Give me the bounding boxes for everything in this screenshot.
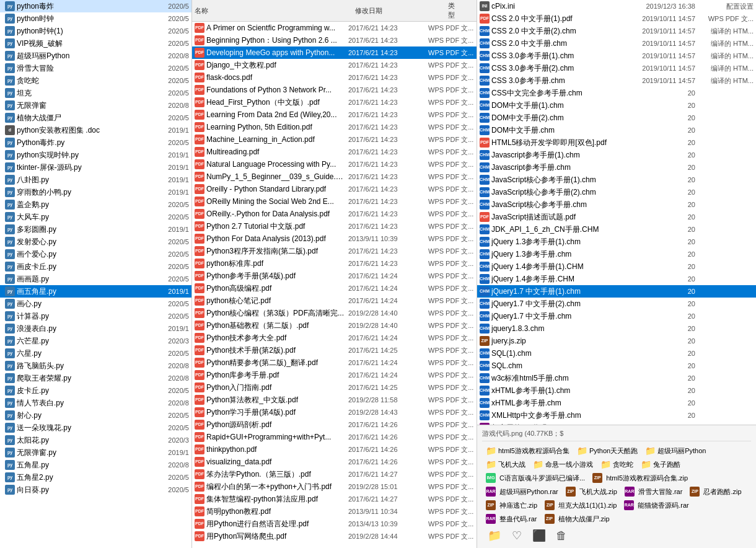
middle-list-item[interactable]: PDFPython 2.7 Tutorial 中文版.pdf2017/6/21 …: [192, 220, 477, 232]
middle-list-item[interactable]: PDFPython学习手册(第4版).pdf2019/2/28 14:43WPS…: [192, 406, 477, 418]
right-list-item[interactable]: CHMjQuery 1.3参考手册.chm20: [477, 248, 756, 260]
middle-list-item[interactable]: PDFPython For Data Analysis (2013).pdf20…: [192, 232, 477, 245]
middle-list-item[interactable]: PDFLearning From Data 2nd Ed (Wiley,20..…: [192, 108, 477, 121]
middle-list-item[interactable]: PDF用Python写网络爬虫.pdf2019/2/28 14:44WPS PD…: [192, 530, 477, 542]
right-list-item[interactable]: CHMjQuery1.7 中文手册(2).chm20: [477, 298, 756, 310]
right-list-item[interactable]: CHMJDK_API_1_6_zh_CN手册.CHM20: [477, 223, 756, 236]
right-list-item[interactable]: CHMjQuery 1.3参考手册(1).chm20: [477, 236, 756, 248]
right-list-item[interactable]: CHMxHTML参考手册.chm20: [477, 397, 756, 409]
left-list-item[interactable]: py画五角星.py2019/1: [0, 285, 191, 298]
left-list-item[interactable]: py皮卡丘.py2020/5: [0, 384, 191, 397]
right-list-item[interactable]: CHMCSS中文完全参考手册.chm20: [477, 87, 756, 99]
delete-icon[interactable]: 🗑: [554, 528, 569, 543]
left-list-item[interactable]: py八卦图.py2019/1: [0, 174, 191, 186]
right-bottom-file-item[interactable]: RAR超级玛丽Python.rar: [483, 486, 561, 497]
right-list-item[interactable]: CHMDOM中文手册(2).chm20: [477, 112, 756, 124]
right-list-item[interactable]: CHMjQuery1.7 中文手册(1).chm20: [477, 285, 756, 298]
right-list-item[interactable]: CHMjquery1.8.3.chm20: [477, 322, 756, 335]
right-list-item[interactable]: CHMw3c标准html5手册.chm20: [477, 372, 756, 384]
share-icon[interactable]: ⬛: [532, 528, 547, 543]
right-bottom-folder-item[interactable]: 📁飞机大战: [483, 459, 528, 470]
right-bottom-file-item[interactable]: ZIPhtml5游戏教程源码合集.zip: [590, 472, 690, 484]
middle-list-item[interactable]: PDFOreilly - Python Standard Library.pdf…: [192, 183, 477, 195]
left-list-item[interactable]: pypython时钟2020/5: [0, 12, 191, 25]
left-list-item[interactable]: py无限弹窗.py2019/1: [0, 446, 191, 459]
left-list-item[interactable]: py画皮卡丘.py2020/5: [0, 260, 191, 273]
left-list-item[interactable]: py爬取王者荣耀.py2020/8: [0, 372, 191, 384]
right-bottom-folder-item[interactable]: 📁贪吃蛇: [598, 459, 636, 470]
middle-list-item[interactable]: PDFDjango_中文教程.pdf2017/6/21 14:23WPS PDF…: [192, 59, 477, 71]
middle-list-item[interactable]: PDFNatural Language Processing with Py..…: [192, 158, 477, 170]
middle-list-item[interactable]: PDFPython参考手册(第4版).pdf2017/6/21 14:24WPS…: [192, 270, 477, 282]
middle-list-item[interactable]: PDFFoundations of Python 3 Network Pr...…: [192, 84, 477, 96]
middle-list-item[interactable]: PDFDeveloping MeeGo apps with Python...2…: [192, 46, 477, 59]
middle-list-item[interactable]: PDFMultireading.pdf2017/6/21 14:23WPS PD…: [192, 146, 477, 158]
left-list-item[interactable]: pypython毒炸2020/5: [0, 0, 191, 12]
middle-list-item[interactable]: PDFA Primer on Scientfic Programming w..…: [192, 22, 477, 34]
left-list-item[interactable]: py情人节表白.py2020/8: [0, 397, 191, 409]
right-list-item[interactable]: CHMxHTML参考手册(1).chm20: [477, 384, 756, 397]
right-list-item[interactable]: CHMXMLHttp中文参考手册.chm20: [477, 409, 756, 422]
middle-list-item[interactable]: PDFPython算法教程_中文版.pdf2019/2/28 11:58WPS …: [192, 394, 477, 406]
right-bottom-file-item[interactable]: ZIP神庙逃亡.zip: [483, 500, 540, 511]
middle-list-item[interactable]: PDFflask-docs.pdf2017/6/21 14:23WPS PDF …: [192, 71, 477, 84]
middle-list-item[interactable]: PDF用Python进行自然语言处理.pdf2013/4/13 10:39WPS…: [192, 518, 477, 530]
middle-list-item[interactable]: PDFBeginning Python：Using Python 2.6 ...…: [192, 34, 477, 46]
middle-list-item[interactable]: PDFNumPy_1_5_Beginner__039_s_Guide.pdf20…: [192, 170, 477, 183]
left-list-item[interactable]: py大风车.py2020/5: [0, 211, 191, 223]
left-list-item[interactable]: py穿雨数的小鸭.py2019/1: [0, 186, 191, 198]
left-list-item[interactable]: pytkinter-屏保-源码.py2019/1: [0, 161, 191, 174]
heart-icon[interactable]: ♡: [509, 528, 524, 543]
right-bottom-file-item[interactable]: ZIP飞机大战.zip: [563, 486, 620, 497]
left-list-item[interactable]: py画个爱心.py2020/5: [0, 248, 191, 260]
right-bottom-file-item[interactable]: IMGC语言版魂斗罗源码已编译...: [483, 472, 587, 484]
left-list-item[interactable]: py太阳花.py2020/3: [0, 434, 191, 446]
right-list-item[interactable]: CHMJavascript参考手册.chm20: [477, 161, 756, 174]
middle-list-item[interactable]: PDFPython入门指南.pdf2017/6/21 14:25WPS PDF …: [192, 381, 477, 394]
middle-list-item[interactable]: PDFPython源码剖析.pdf2017/6/21 14:26WPS PDF …: [192, 418, 477, 431]
right-list-item[interactable]: CHMCSS 2.0 中文手册.chm2019/10/11 14:57编译的 H…: [477, 37, 756, 50]
left-list-item[interactable]: py浪漫表白.py2019/1: [0, 322, 191, 335]
right-list-item[interactable]: CHMJavaScript核心参考手册(2).chm20: [477, 186, 756, 198]
middle-list-item[interactable]: PDFHead_First_Python（中文版）.pdf2017/6/21 1…: [192, 96, 477, 108]
left-list-item[interactable]: py盖企鹅.py2020/5: [0, 198, 191, 211]
middle-list-item[interactable]: PDFOReilly.-.Python for Data Analysis.pd…: [192, 208, 477, 220]
left-list-item[interactable]: dpython安装教程图集 .doc2019/1: [0, 124, 191, 136]
left-list-item[interactable]: py向日葵.py2020/5: [0, 484, 191, 496]
right-list-item[interactable]: CHMDOM中文手册.chm20: [477, 124, 756, 136]
left-list-item[interactable]: pypython时钟(1)2020/5: [0, 25, 191, 37]
right-bottom-folder-item[interactable]: 📁Python天天酷跑: [574, 445, 640, 456]
left-list-item[interactable]: py五角星2.py2020/5: [0, 471, 191, 484]
left-list-item[interactable]: py无限弹窗2020/8: [0, 99, 191, 112]
right-list-item[interactable]: CHMSQL(1).chm20: [477, 347, 756, 360]
middle-list-item[interactable]: PDFRapid+GUI+Programming+with+Pyt...2017…: [192, 431, 477, 443]
right-bottom-folder-item[interactable]: 📁兔子跑酷: [638, 459, 683, 470]
middle-list-item[interactable]: PDF笨办法学Python.（第三版）.pdf2017/6/21 14:27WP…: [192, 468, 477, 480]
middle-list-item[interactable]: PDFMachine_Learning_in_Action.pdf2017/6/…: [192, 133, 477, 146]
right-list-item[interactable]: PDFHTML5移动开发学即即用[双色].pdf20: [477, 136, 756, 149]
middle-list-item[interactable]: PDFPython精要参考(第二版)_翻译.pdf2017/6/21 14:24…: [192, 356, 477, 369]
right-list-item[interactable]: CHMJavaScript核心参考手册(1).chm20: [477, 174, 756, 186]
middle-list-item[interactable]: PDFPython核心编程（第3版）PDF高清晰完...2019/2/28 14…: [192, 307, 477, 319]
right-list-item[interactable]: CHMCSS 3.0参考手册(2).chm2019/10/11 14:57编译的…: [477, 62, 756, 74]
left-list-item[interactable]: py发射爱心.py2020/5: [0, 236, 191, 248]
right-list-item[interactable]: CHMjQuery1.7 中文手册.chm20: [477, 310, 756, 322]
middle-list-item[interactable]: PDFPython3程序开发指南(第二版).pdf2017/6/21 14:23…: [192, 245, 477, 257]
left-list-item[interactable]: py画画题.py2020/5: [0, 273, 191, 285]
left-list-item[interactable]: py超级玛丽Python2020/8: [0, 50, 191, 62]
right-bottom-folder-item[interactable]: 📁html5游戏教程源码合集: [483, 445, 572, 456]
right-bottom-folder-item[interactable]: 📁超级玛丽Python: [643, 445, 708, 456]
middle-list-item[interactable]: PDFPython库参考手册.pdf2017/6/21 14:24WPS PDF…: [192, 369, 477, 381]
left-list-item[interactable]: py滑雪大冒险2020/5: [0, 62, 191, 74]
right-list-item[interactable]: CHMCSS 3.0参考手册(1).chm2019/10/11 14:57编译的…: [477, 50, 756, 62]
right-bottom-file-item[interactable]: RAR滑雪大冒险.rar: [622, 486, 685, 497]
right-bottom-file-item[interactable]: ZIP坦克大战1(1)(1).zip: [542, 500, 619, 511]
middle-list-item[interactable]: PDF编程小白的第一本+python+入门书.pdf2019/2/28 15:0…: [192, 480, 477, 493]
right-list-item[interactable]: CHMSQL.chm20: [477, 360, 756, 372]
left-list-item[interactable]: py五角星.py2020/8: [0, 459, 191, 471]
right-list-item[interactable]: CHMJavaScript核心参考手册.chm20: [477, 198, 756, 211]
new-folder-icon[interactable]: 📁: [487, 528, 502, 543]
right-list-item[interactable]: INIcPix.ini2019/12/3 16:38配置设置: [477, 0, 756, 12]
right-list-item[interactable]: PDFCSS 2.0 中文手册(1).pdf2019/10/11 14:57WP…: [477, 12, 756, 25]
middle-list-item[interactable]: PDFpython标准库.pdf2017/6/21 14:23WPS PDF 文…: [192, 257, 477, 270]
